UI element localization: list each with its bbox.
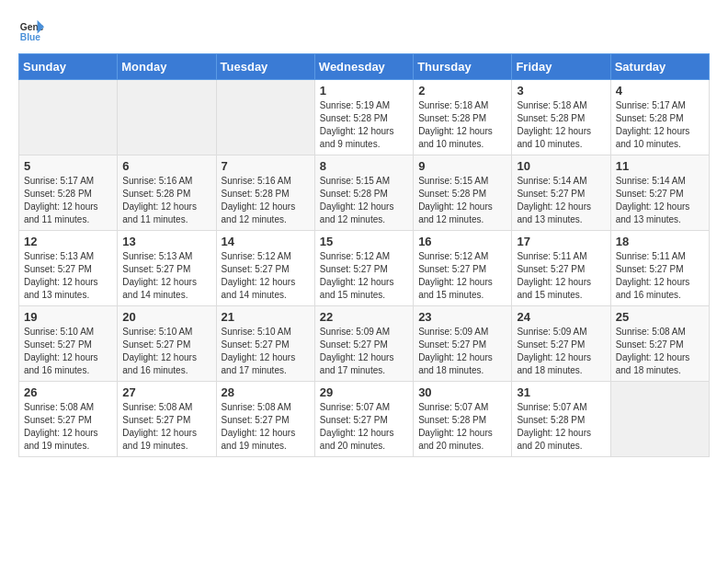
day-info: Sunrise: 5:13 AM Sunset: 5:27 PM Dayligh…	[24, 250, 112, 302]
day-info: Sunrise: 5:07 AM Sunset: 5:28 PM Dayligh…	[418, 401, 506, 453]
calendar-cell: 20Sunrise: 5:10 AM Sunset: 5:27 PM Dayli…	[118, 306, 216, 382]
day-number: 9	[418, 159, 506, 173]
calendar-cell: 18Sunrise: 5:11 AM Sunset: 5:27 PM Dayli…	[610, 231, 709, 306]
day-number: 27	[122, 385, 210, 399]
day-info: Sunrise: 5:15 AM Sunset: 5:28 PM Dayligh…	[418, 175, 506, 226]
calendar-cell: 17Sunrise: 5:11 AM Sunset: 5:27 PM Dayli…	[512, 231, 610, 306]
day-info: Sunrise: 5:07 AM Sunset: 5:28 PM Dayligh…	[517, 401, 605, 453]
day-info: Sunrise: 5:14 AM Sunset: 5:27 PM Dayligh…	[616, 175, 704, 226]
day-info: Sunrise: 5:13 AM Sunset: 5:27 PM Dayligh…	[122, 250, 210, 302]
calendar-cell: 4Sunrise: 5:17 AM Sunset: 5:28 PM Daylig…	[610, 80, 709, 155]
day-info: Sunrise: 5:09 AM Sunset: 5:27 PM Dayligh…	[418, 326, 506, 377]
day-info: Sunrise: 5:09 AM Sunset: 5:27 PM Dayligh…	[517, 326, 605, 377]
day-info: Sunrise: 5:08 AM Sunset: 5:27 PM Dayligh…	[222, 401, 310, 453]
day-number: 2	[418, 84, 506, 98]
calendar-week-row: 1Sunrise: 5:19 AM Sunset: 5:28 PM Daylig…	[19, 80, 710, 155]
day-number: 11	[616, 159, 704, 173]
day-info: Sunrise: 5:10 AM Sunset: 5:27 PM Dayligh…	[24, 326, 112, 377]
calendar-cell: 29Sunrise: 5:07 AM Sunset: 5:27 PM Dayli…	[314, 382, 413, 457]
weekday-header: Monday	[118, 54, 216, 80]
calendar-cell: 2Sunrise: 5:18 AM Sunset: 5:28 PM Daylig…	[414, 80, 512, 155]
calendar-cell: 9Sunrise: 5:15 AM Sunset: 5:28 PM Daylig…	[414, 155, 512, 231]
day-number: 19	[24, 310, 112, 324]
calendar-cell: 3Sunrise: 5:18 AM Sunset: 5:28 PM Daylig…	[512, 80, 610, 155]
day-info: Sunrise: 5:14 AM Sunset: 5:27 PM Dayligh…	[517, 175, 605, 226]
day-number: 23	[418, 310, 506, 324]
day-info: Sunrise: 5:18 AM Sunset: 5:28 PM Dayligh…	[418, 99, 506, 151]
day-number: 7	[222, 159, 310, 173]
calendar-cell	[19, 80, 118, 155]
day-info: Sunrise: 5:15 AM Sunset: 5:28 PM Dayligh…	[320, 175, 408, 226]
calendar-week-row: 5Sunrise: 5:17 AM Sunset: 5:28 PM Daylig…	[19, 155, 710, 231]
day-info: Sunrise: 5:10 AM Sunset: 5:27 PM Dayligh…	[122, 326, 210, 377]
weekday-header-row: SundayMondayTuesdayWednesdayThursdayFrid…	[19, 54, 710, 80]
day-info: Sunrise: 5:07 AM Sunset: 5:27 PM Dayligh…	[320, 401, 408, 453]
day-number: 15	[320, 235, 408, 248]
calendar-cell	[610, 382, 709, 457]
day-info: Sunrise: 5:12 AM Sunset: 5:27 PM Dayligh…	[418, 250, 506, 302]
calendar-cell: 28Sunrise: 5:08 AM Sunset: 5:27 PM Dayli…	[216, 382, 314, 457]
day-number: 24	[517, 310, 605, 324]
day-number: 31	[517, 385, 605, 399]
day-number: 3	[517, 84, 605, 98]
calendar-week-row: 26Sunrise: 5:08 AM Sunset: 5:27 PM Dayli…	[19, 382, 710, 457]
weekday-header: Sunday	[19, 54, 118, 80]
day-number: 4	[616, 84, 704, 98]
day-number: 14	[222, 235, 310, 248]
day-info: Sunrise: 5:16 AM Sunset: 5:28 PM Dayligh…	[122, 175, 210, 226]
calendar-cell: 12Sunrise: 5:13 AM Sunset: 5:27 PM Dayli…	[19, 231, 118, 306]
weekday-header: Saturday	[610, 54, 709, 80]
day-number: 6	[122, 159, 210, 173]
day-number: 17	[517, 235, 605, 248]
calendar-cell: 7Sunrise: 5:16 AM Sunset: 5:28 PM Daylig…	[216, 155, 314, 231]
calendar-cell: 21Sunrise: 5:10 AM Sunset: 5:27 PM Dayli…	[216, 306, 314, 382]
day-number: 16	[418, 235, 506, 248]
calendar-cell: 11Sunrise: 5:14 AM Sunset: 5:27 PM Dayli…	[610, 155, 709, 231]
calendar-cell: 24Sunrise: 5:09 AM Sunset: 5:27 PM Dayli…	[512, 306, 610, 382]
day-info: Sunrise: 5:09 AM Sunset: 5:27 PM Dayligh…	[320, 326, 408, 377]
calendar-cell: 10Sunrise: 5:14 AM Sunset: 5:27 PM Dayli…	[512, 155, 610, 231]
day-info: Sunrise: 5:16 AM Sunset: 5:28 PM Dayligh…	[222, 175, 310, 226]
calendar-cell: 25Sunrise: 5:08 AM Sunset: 5:27 PM Dayli…	[610, 306, 709, 382]
day-number: 1	[320, 84, 408, 98]
day-number: 20	[122, 310, 210, 324]
day-info: Sunrise: 5:17 AM Sunset: 5:28 PM Dayligh…	[24, 175, 112, 226]
day-number: 26	[24, 385, 112, 399]
day-info: Sunrise: 5:19 AM Sunset: 5:28 PM Dayligh…	[320, 99, 408, 151]
calendar-cell: 6Sunrise: 5:16 AM Sunset: 5:28 PM Daylig…	[118, 155, 216, 231]
calendar-cell: 14Sunrise: 5:12 AM Sunset: 5:27 PM Dayli…	[216, 231, 314, 306]
logo-icon: General Blue	[18, 18, 44, 44]
calendar-cell: 31Sunrise: 5:07 AM Sunset: 5:28 PM Dayli…	[512, 382, 610, 457]
calendar-cell: 26Sunrise: 5:08 AM Sunset: 5:27 PM Dayli…	[19, 382, 118, 457]
calendar-cell: 30Sunrise: 5:07 AM Sunset: 5:28 PM Dayli…	[414, 382, 512, 457]
calendar-cell: 13Sunrise: 5:13 AM Sunset: 5:27 PM Dayli…	[118, 231, 216, 306]
calendar-cell: 15Sunrise: 5:12 AM Sunset: 5:27 PM Dayli…	[314, 231, 413, 306]
calendar-cell	[216, 80, 314, 155]
day-info: Sunrise: 5:12 AM Sunset: 5:27 PM Dayligh…	[222, 250, 310, 302]
day-info: Sunrise: 5:08 AM Sunset: 5:27 PM Dayligh…	[616, 326, 704, 377]
day-number: 21	[222, 310, 310, 324]
day-number: 25	[616, 310, 704, 324]
day-info: Sunrise: 5:17 AM Sunset: 5:28 PM Dayligh…	[616, 99, 704, 151]
day-number: 13	[122, 235, 210, 248]
day-number: 10	[517, 159, 605, 173]
calendar-week-row: 19Sunrise: 5:10 AM Sunset: 5:27 PM Dayli…	[19, 306, 710, 382]
calendar-table: SundayMondayTuesdayWednesdayThursdayFrid…	[18, 53, 710, 457]
day-number: 29	[320, 385, 408, 399]
weekday-header: Friday	[512, 54, 610, 80]
day-info: Sunrise: 5:10 AM Sunset: 5:27 PM Dayligh…	[222, 326, 310, 377]
calendar-week-row: 12Sunrise: 5:13 AM Sunset: 5:27 PM Dayli…	[19, 231, 710, 306]
calendar-cell	[118, 80, 216, 155]
calendar-cell: 5Sunrise: 5:17 AM Sunset: 5:28 PM Daylig…	[19, 155, 118, 231]
day-number: 30	[418, 385, 506, 399]
day-number: 12	[24, 235, 112, 248]
weekday-header: Thursday	[414, 54, 512, 80]
weekday-header: Tuesday	[216, 54, 314, 80]
calendar-cell: 22Sunrise: 5:09 AM Sunset: 5:27 PM Dayli…	[314, 306, 413, 382]
calendar-cell: 19Sunrise: 5:10 AM Sunset: 5:27 PM Dayli…	[19, 306, 118, 382]
day-info: Sunrise: 5:08 AM Sunset: 5:27 PM Dayligh…	[24, 401, 112, 453]
day-number: 28	[222, 385, 310, 399]
weekday-header: Wednesday	[314, 54, 413, 80]
day-info: Sunrise: 5:18 AM Sunset: 5:28 PM Dayligh…	[517, 99, 605, 151]
calendar-cell: 8Sunrise: 5:15 AM Sunset: 5:28 PM Daylig…	[314, 155, 413, 231]
